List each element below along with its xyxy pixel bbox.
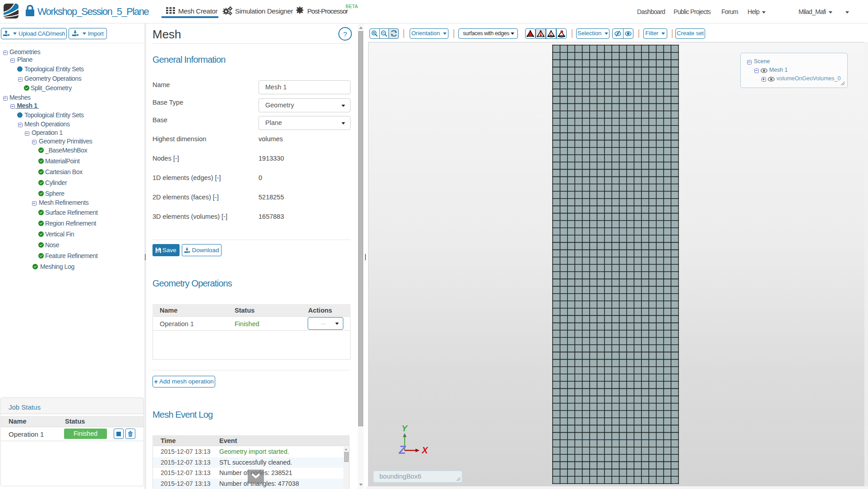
svg-text:X: X	[421, 445, 429, 455]
svg-text:Z: Z	[398, 443, 406, 456]
svg-text:Y: Y	[402, 424, 408, 433]
